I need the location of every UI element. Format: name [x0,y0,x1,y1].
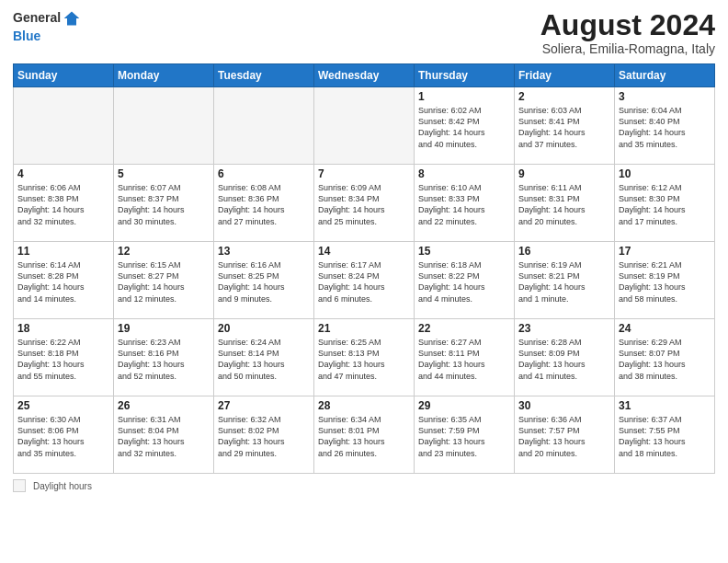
calendar-cell: 31Sunrise: 6:37 AM Sunset: 7:55 PM Dayli… [615,396,715,474]
logo-general-text: General [13,11,61,25]
calendar-day-header: Sunday [14,64,114,87]
day-info: Sunrise: 6:22 AM Sunset: 8:18 PM Dayligh… [17,337,109,382]
calendar-cell: 16Sunrise: 6:19 AM Sunset: 8:21 PM Dayli… [515,242,615,319]
calendar-day-header: Friday [515,64,615,87]
day-info: Sunrise: 6:14 AM Sunset: 8:28 PM Dayligh… [17,259,109,304]
day-number: 3 [619,90,711,103]
calendar-cell: 17Sunrise: 6:21 AM Sunset: 8:19 PM Dayli… [615,242,715,319]
legend-label: Daylight hours [33,481,92,491]
day-info: Sunrise: 6:36 AM Sunset: 7:57 PM Dayligh… [518,414,610,459]
calendar-cell: 3Sunrise: 6:04 AM Sunset: 8:40 PM Daylig… [615,87,715,165]
logo-blue-text: Blue [13,29,40,43]
calendar-week-row: 18Sunrise: 6:22 AM Sunset: 8:18 PM Dayli… [14,319,715,396]
day-number: 6 [218,167,310,180]
day-number: 25 [17,399,109,412]
day-info: Sunrise: 6:24 AM Sunset: 8:14 PM Dayligh… [218,337,310,382]
day-number: 5 [118,167,210,180]
day-number: 13 [218,245,310,258]
day-number: 23 [518,322,610,335]
day-info: Sunrise: 6:15 AM Sunset: 8:27 PM Dayligh… [118,259,210,304]
day-info: Sunrise: 6:37 AM Sunset: 7:55 PM Dayligh… [619,414,711,459]
day-number: 27 [218,399,310,412]
logo: General Blue [13,9,81,44]
calendar-cell: 29Sunrise: 6:35 AM Sunset: 7:59 PM Dayli… [415,396,515,474]
day-number: 30 [518,399,610,412]
day-info: Sunrise: 6:06 AM Sunset: 8:38 PM Dayligh… [17,182,109,227]
day-number: 19 [118,322,210,335]
day-info: Sunrise: 6:08 AM Sunset: 8:36 PM Dayligh… [218,182,310,227]
calendar-cell: 20Sunrise: 6:24 AM Sunset: 8:14 PM Dayli… [214,319,314,396]
day-number: 15 [418,245,510,258]
calendar-day-header: Thursday [415,64,515,87]
day-info: Sunrise: 6:27 AM Sunset: 8:11 PM Dayligh… [418,337,510,382]
month-year-title: August 2024 [540,9,715,41]
calendar-cell: 15Sunrise: 6:18 AM Sunset: 8:22 PM Dayli… [415,242,515,319]
calendar-week-row: 1Sunrise: 6:02 AM Sunset: 8:42 PM Daylig… [14,87,715,165]
page: General Blue August 2024 Soliera, Emilia… [0,0,728,563]
calendar-cell: 23Sunrise: 6:28 AM Sunset: 8:09 PM Dayli… [515,319,615,396]
svg-marker-0 [64,12,80,26]
calendar-cell: 11Sunrise: 6:14 AM Sunset: 8:28 PM Dayli… [14,242,114,319]
day-info: Sunrise: 6:12 AM Sunset: 8:30 PM Dayligh… [619,182,711,227]
calendar-day-header: Monday [114,64,214,87]
day-info: Sunrise: 6:17 AM Sunset: 8:24 PM Dayligh… [318,259,410,304]
calendar-cell: 14Sunrise: 6:17 AM Sunset: 8:24 PM Dayli… [314,242,415,319]
day-info: Sunrise: 6:25 AM Sunset: 8:13 PM Dayligh… [318,337,410,382]
calendar-cell: 12Sunrise: 6:15 AM Sunset: 8:27 PM Dayli… [114,242,214,319]
day-number: 28 [318,399,410,412]
day-info: Sunrise: 6:16 AM Sunset: 8:25 PM Dayligh… [218,259,310,304]
calendar-cell: 1Sunrise: 6:02 AM Sunset: 8:42 PM Daylig… [415,87,515,165]
day-info: Sunrise: 6:09 AM Sunset: 8:34 PM Dayligh… [318,182,410,227]
day-number: 11 [17,245,109,258]
day-info: Sunrise: 6:11 AM Sunset: 8:31 PM Dayligh… [518,182,610,227]
day-number: 9 [518,167,610,180]
day-number: 26 [118,399,210,412]
header: General Blue August 2024 Soliera, Emilia… [13,9,715,56]
calendar-cell: 28Sunrise: 6:34 AM Sunset: 8:01 PM Dayli… [314,396,415,474]
calendar-cell: 4Sunrise: 6:06 AM Sunset: 8:38 PM Daylig… [14,165,114,242]
calendar-cell: 7Sunrise: 6:09 AM Sunset: 8:34 PM Daylig… [314,165,415,242]
calendar-cell: 5Sunrise: 6:07 AM Sunset: 8:37 PM Daylig… [114,165,214,242]
day-info: Sunrise: 6:03 AM Sunset: 8:41 PM Dayligh… [518,105,610,150]
calendar-cell: 10Sunrise: 6:12 AM Sunset: 8:30 PM Dayli… [615,165,715,242]
calendar-week-row: 4Sunrise: 6:06 AM Sunset: 8:38 PM Daylig… [14,165,715,242]
day-info: Sunrise: 6:31 AM Sunset: 8:04 PM Dayligh… [118,414,210,459]
day-number: 12 [118,245,210,258]
day-number: 2 [518,90,610,103]
calendar-cell [114,87,214,165]
day-info: Sunrise: 6:21 AM Sunset: 8:19 PM Dayligh… [619,259,711,304]
calendar-table: SundayMondayTuesdayWednesdayThursdayFrid… [13,63,715,474]
day-info: Sunrise: 6:34 AM Sunset: 8:01 PM Dayligh… [318,414,410,459]
day-number: 16 [518,245,610,258]
calendar-cell: 2Sunrise: 6:03 AM Sunset: 8:41 PM Daylig… [515,87,615,165]
calendar-day-header: Tuesday [214,64,314,87]
calendar-cell: 19Sunrise: 6:23 AM Sunset: 8:16 PM Dayli… [114,319,214,396]
day-info: Sunrise: 6:04 AM Sunset: 8:40 PM Dayligh… [619,105,711,150]
legend: Daylight hours [13,479,715,492]
day-number: 8 [418,167,510,180]
calendar-week-row: 11Sunrise: 6:14 AM Sunset: 8:28 PM Dayli… [14,242,715,319]
day-info: Sunrise: 6:35 AM Sunset: 7:59 PM Dayligh… [418,414,510,459]
calendar-week-row: 25Sunrise: 6:30 AM Sunset: 8:06 PM Dayli… [14,396,715,474]
day-info: Sunrise: 6:18 AM Sunset: 8:22 PM Dayligh… [418,259,510,304]
day-info: Sunrise: 6:30 AM Sunset: 8:06 PM Dayligh… [17,414,109,459]
calendar-cell: 26Sunrise: 6:31 AM Sunset: 8:04 PM Dayli… [114,396,214,474]
title-block: August 2024 Soliera, Emilia-Romagna, Ita… [540,9,715,56]
day-number: 31 [619,399,711,412]
location-subtitle: Soliera, Emilia-Romagna, Italy [540,41,715,56]
calendar-cell: 25Sunrise: 6:30 AM Sunset: 8:06 PM Dayli… [14,396,114,474]
day-info: Sunrise: 6:23 AM Sunset: 8:16 PM Dayligh… [118,337,210,382]
day-number: 10 [619,167,711,180]
day-number: 17 [619,245,711,258]
day-number: 4 [17,167,109,180]
calendar-header-row: SundayMondayTuesdayWednesdayThursdayFrid… [14,64,715,87]
calendar-day-header: Saturday [615,64,715,87]
calendar-cell: 30Sunrise: 6:36 AM Sunset: 7:57 PM Dayli… [515,396,615,474]
day-number: 1 [418,90,510,103]
day-number: 7 [318,167,410,180]
day-number: 29 [418,399,510,412]
day-number: 20 [218,322,310,335]
legend-box [13,479,26,492]
day-number: 22 [418,322,510,335]
calendar-cell [14,87,114,165]
